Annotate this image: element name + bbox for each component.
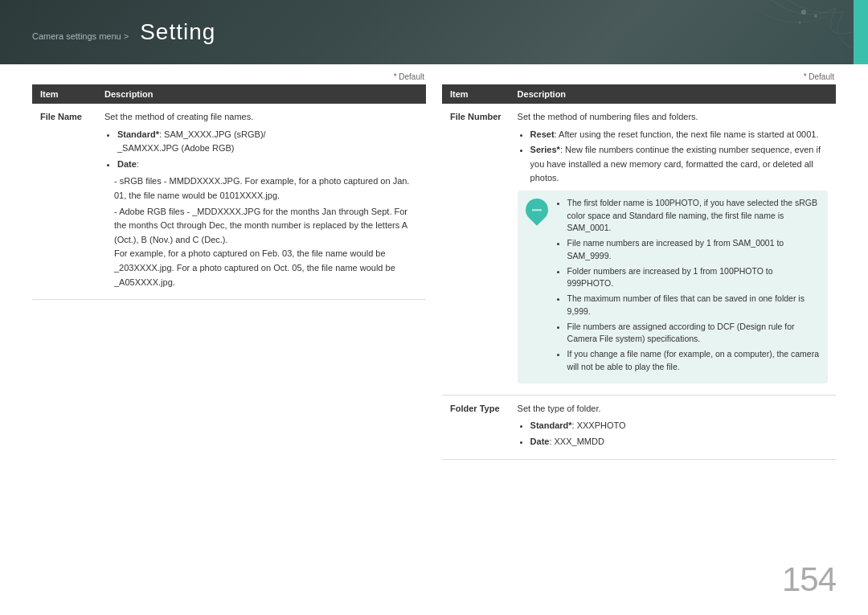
left-table: Item Description File Name Set the metho…: [32, 84, 426, 300]
file-number-list: Reset: After using the reset function, t…: [530, 128, 828, 186]
info-first-folder: The first folder name is 100PHOTO, if yo…: [567, 197, 820, 235]
left-table-header: Item Description: [32, 84, 426, 104]
file-name-date: Date:: [117, 158, 418, 172]
file-number-label: File Number: [442, 104, 510, 395]
svg-point-1: [814, 14, 817, 18]
header-decoration: [627, 0, 852, 64]
info-file-numbers-increased: File name numbers are increased by 1 fro…: [567, 237, 820, 263]
right-table-header: Item Description: [442, 84, 836, 104]
info-max-files: The maximum number of files that can be …: [567, 293, 820, 318]
page-title: Setting: [140, 19, 215, 45]
folder-type-label: Folder Type: [442, 395, 510, 459]
table-row: File Name Set the method of creating fil…: [32, 104, 426, 300]
file-name-standard: Standard*: SAM_XXXX.JPG (sRGB)/_SAMXXX.J…: [117, 128, 418, 156]
file-number-intro: Set the method of numbering files and fo…: [518, 110, 828, 125]
left-panel: * Default Item Description File Name Set…: [32, 72, 426, 460]
teal-accent-bar: [854, 0, 868, 64]
right-default-label: * Default: [442, 72, 836, 81]
file-number-description: Set the method of numbering files and fo…: [510, 104, 836, 395]
breadcrumb: Camera settings menu >: [32, 31, 129, 41]
left-col2-header: Description: [96, 84, 426, 104]
leaf-icon: [521, 194, 553, 226]
file-number-row: File Number Set the method of numbering …: [442, 104, 836, 395]
file-number-series: Series*: New file numbers continue the e…: [530, 143, 828, 186]
left-col1-header: Item: [32, 84, 96, 104]
file-name-description: Set the method of creating file names. S…: [96, 104, 426, 300]
right-col1-header: Item: [442, 84, 510, 104]
folder-type-list: Standard*: XXXPHOTO Date: XXX_MMDD: [530, 419, 828, 449]
info-rename: If you change a file name (for example, …: [567, 348, 820, 374]
info-box-list: The first folder name is 100PHOTO, if yo…: [567, 197, 820, 374]
adobe-rgb-files-detail: Adobe RGB files - _MDDXXXX.JPG for the m…: [114, 205, 418, 290]
left-default-label: * Default: [32, 72, 426, 81]
folder-type-date: Date: XXX_MMDD: [530, 435, 828, 449]
file-name-label: File Name: [32, 104, 96, 300]
main-content: * Default Item Description File Name Set…: [0, 72, 868, 460]
page-header: Camera settings menu > Setting: [0, 0, 868, 64]
right-col2-header: Description: [510, 84, 836, 104]
info-dcf: File numbers are assigned according to D…: [567, 321, 820, 346]
right-table: Item Description File Number Set the met…: [442, 84, 836, 460]
page-number: 154: [782, 560, 836, 599]
folder-type-intro: Set the type of folder.: [518, 402, 828, 416]
file-name-intro: Set the method of creating file names.: [104, 110, 418, 125]
folder-type-description: Set the type of folder. Standard*: XXXPH…: [510, 395, 836, 459]
file-name-date-details: sRGB files - MMDDXXXX.JPG. For example, …: [114, 174, 418, 289]
file-name-list: Standard*: SAM_XXXX.JPG (sRGB)/_SAMXXX.J…: [117, 128, 418, 172]
folder-type-standard: Standard*: XXXPHOTO: [530, 419, 828, 433]
info-box-content: The first folder name is 100PHOTO, if yo…: [555, 197, 820, 377]
right-panel: * Default Item Description File Number S…: [442, 72, 836, 460]
folder-type-row: Folder Type Set the type of folder. Stan…: [442, 395, 836, 459]
srgb-files-detail: sRGB files - MMDDXXXX.JPG. For example, …: [114, 174, 418, 203]
file-number-info-box: The first folder name is 100PHOTO, if yo…: [518, 191, 828, 383]
file-number-reset: Reset: After using the reset function, t…: [530, 128, 828, 142]
info-folder-numbers-increased: Folder numbers are increased by 1 from 1…: [567, 265, 820, 291]
